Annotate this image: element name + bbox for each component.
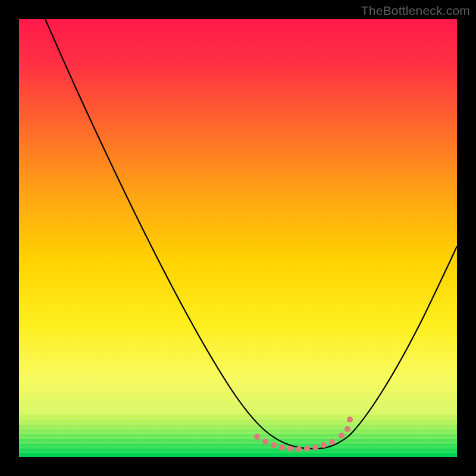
- chart-frame: [19, 19, 457, 457]
- svg-point-21: [347, 416, 353, 422]
- svg-point-10: [262, 439, 268, 444]
- green-band-stripes: [19, 415, 457, 457]
- svg-rect-6: [19, 444, 457, 446]
- svg-rect-4: [19, 434, 457, 437]
- svg-point-15: [304, 446, 310, 452]
- bottleneck-plot: [19, 19, 457, 457]
- attribution-text: TheBottleneck.com: [361, 4, 470, 18]
- svg-rect-1: [19, 420, 457, 422]
- svg-point-11: [271, 442, 277, 448]
- svg-rect-5: [19, 439, 457, 441]
- svg-point-14: [296, 446, 302, 452]
- svg-rect-7: [19, 449, 457, 451]
- svg-point-16: [312, 444, 318, 450]
- svg-rect-0: [19, 415, 457, 418]
- svg-rect-8: [19, 453, 457, 457]
- svg-point-19: [339, 433, 345, 439]
- svg-rect-2: [19, 425, 457, 427]
- svg-point-20: [345, 426, 350, 432]
- svg-point-18: [329, 439, 335, 445]
- svg-point-17: [321, 442, 327, 448]
- gradient-background: [19, 19, 457, 457]
- svg-rect-3: [19, 430, 457, 432]
- svg-point-13: [287, 446, 293, 452]
- svg-point-12: [279, 444, 285, 450]
- svg-point-9: [254, 434, 260, 440]
